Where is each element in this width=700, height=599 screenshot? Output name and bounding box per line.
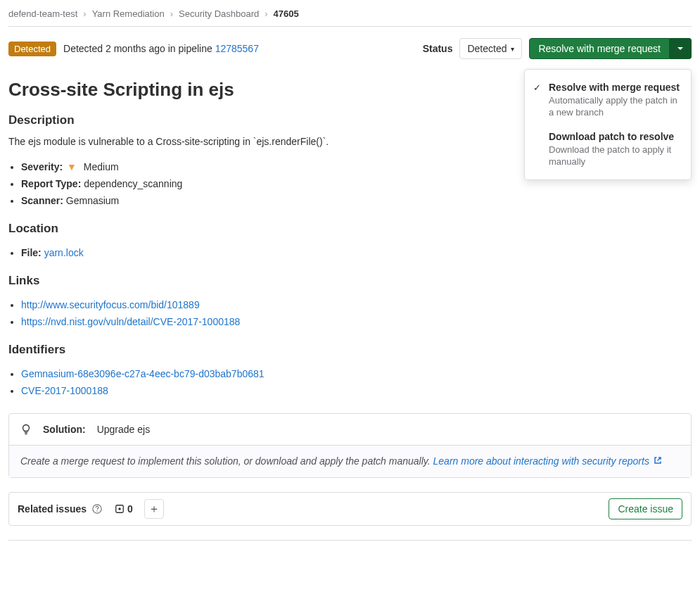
status-value: Detected [467, 43, 507, 54]
svg-point-3 [96, 510, 97, 511]
external-link[interactable]: https://nvd.nist.gov/vuln/detail/CVE-201… [21, 316, 240, 327]
related-left: Related issues 0 ＋ [18, 499, 164, 519]
identifier-link[interactable]: Gemnasium-68e3096e-c27a-4eec-bc79-d03bab… [21, 368, 265, 379]
solution-note: Create a merge request to implement this… [9, 445, 691, 477]
list-item: https://nvd.nist.gov/vuln/detail/CVE-201… [21, 313, 692, 330]
dropdown-item-title: Download patch to resolve [549, 130, 681, 143]
file-row: File: yarn.lock [21, 244, 692, 261]
header-left: Detected Detected 2 months ago in pipeli… [8, 42, 259, 56]
external-link-icon [654, 456, 662, 465]
divider [8, 540, 692, 541]
breadcrumb: defend-team-test › Yarn Remediation › Se… [8, 8, 692, 26]
learn-more-text: Learn more about interacting with securi… [433, 455, 649, 467]
resolve-button-group: Resolve with merge request [529, 38, 692, 59]
report-type-label: Report Type: [21, 178, 81, 189]
help-icon[interactable] [92, 504, 102, 514]
external-link[interactable]: http://www.securityfocus.com/bid/101889 [21, 299, 200, 310]
chevron-down-icon: ▾ [511, 45, 514, 53]
severity-value: Medium [84, 161, 119, 172]
add-related-issue-button[interactable]: ＋ [144, 499, 164, 519]
solution-top: Solution: Upgrade ejs [9, 414, 691, 445]
detected-text: Detected 2 months ago in pipeline 127855… [63, 43, 259, 54]
resolve-dropdown-toggle[interactable] [670, 38, 692, 59]
pipeline-link[interactable]: 12785567 [215, 43, 259, 54]
chevron-right-icon: › [170, 8, 173, 19]
learn-more-link[interactable]: Learn more about interacting with securi… [433, 455, 662, 467]
file-label: File: [21, 247, 42, 258]
status-select[interactable]: Detected ▾ [459, 38, 522, 59]
chevron-down-icon [677, 45, 684, 52]
related-issues-box: Related issues 0 ＋ Create issue [8, 492, 692, 526]
scanner-row: Scanner: Gemnasium [21, 192, 692, 209]
solution-label: Solution: [43, 424, 86, 435]
file-link[interactable]: yarn.lock [44, 247, 84, 258]
bulb-icon [20, 424, 32, 435]
scanner-value: Gemnasium [66, 195, 119, 206]
resolve-dropdown: ✓ Resolve with merge request Automatical… [524, 69, 692, 180]
links-list: http://www.securityfocus.com/bid/101889 … [21, 296, 692, 330]
chevron-right-icon: › [83, 8, 86, 19]
chevron-right-icon: › [265, 8, 267, 19]
list-item: Gemnasium-68e3096e-c27a-4eec-bc79-d03bab… [21, 365, 692, 382]
solution-box: Solution: Upgrade ejs Create a merge req… [8, 413, 692, 478]
location-list: File: yarn.lock [21, 244, 692, 261]
issue-icon [115, 504, 125, 514]
status-label: Status [423, 43, 453, 54]
links-heading: Links [8, 274, 692, 288]
breadcrumb-item[interactable]: Security Dashboard [179, 8, 259, 19]
dropdown-item-download-patch[interactable]: Download patch to resolve Download the p… [525, 125, 691, 174]
detected-prefix: Detected 2 months ago in pipeline [63, 43, 215, 54]
breadcrumb-item[interactable]: defend-team-test [8, 8, 77, 19]
create-issue-button[interactable]: Create issue [609, 498, 682, 519]
breadcrumb-item[interactable]: Yarn Remediation [92, 8, 165, 19]
identifiers-heading: Identifiers [8, 343, 692, 357]
header-right: Status Detected ▾ Resolve with merge req… [423, 38, 692, 59]
severity-label: Severity: [21, 161, 63, 172]
resolve-button[interactable]: Resolve with merge request [529, 38, 670, 59]
svg-point-5 [118, 507, 121, 510]
status-badge: Detected [8, 42, 56, 56]
severity-medium-icon: ▼ [67, 161, 77, 172]
divider [8, 26, 692, 27]
solution-note-text: Create a merge request to implement this… [20, 455, 433, 467]
issue-count: 0 [115, 503, 133, 515]
identifier-link[interactable]: CVE-2017-1000188 [21, 385, 108, 396]
report-type-value: dependency_scanning [84, 178, 182, 189]
list-item: http://www.securityfocus.com/bid/101889 [21, 296, 692, 313]
dropdown-item-desc: Automatically apply the patch in a new b… [549, 95, 681, 119]
check-icon: ✓ [533, 82, 541, 93]
header-row: Detected Detected 2 months ago in pipeli… [8, 35, 692, 68]
identifiers-list: Gemnasium-68e3096e-c27a-4eec-bc79-d03bab… [21, 365, 692, 399]
list-item: CVE-2017-1000188 [21, 382, 692, 399]
breadcrumb-current: 47605 [274, 8, 299, 19]
related-issues-title: Related issues [18, 503, 87, 515]
dropdown-item-resolve-mr[interactable]: ✓ Resolve with merge request Automatical… [525, 75, 691, 125]
dropdown-item-title: Resolve with merge request [549, 81, 681, 94]
solution-value: Upgrade ejs [97, 424, 151, 435]
location-heading: Location [8, 222, 692, 236]
dropdown-item-desc: Download the patch to apply it manually [549, 144, 681, 168]
scanner-label: Scanner: [21, 195, 63, 206]
issue-count-value: 0 [127, 503, 133, 515]
